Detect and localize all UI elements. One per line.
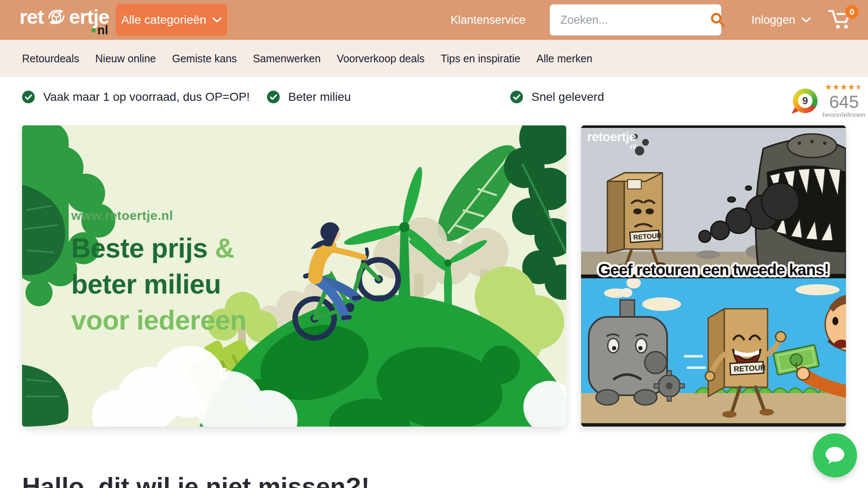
promo-banner[interactable]: RETOUR xyxy=(581,125,846,427)
hero-line2: beter milieu xyxy=(71,269,221,299)
hero-site-url: www.retoertje.nl xyxy=(71,208,246,223)
check-circle-icon xyxy=(22,91,35,103)
rating-details: ★★★★★★★★★★ 645 beoordelingen xyxy=(823,83,865,119)
chat-bubble-icon xyxy=(824,445,846,466)
nav-item-nieuw-online[interactable]: Nieuw online xyxy=(95,53,156,65)
logo-nl: nl xyxy=(97,23,108,37)
cart-count-badge: 0 xyxy=(845,5,859,19)
login-label: Inloggen xyxy=(751,14,796,27)
retour-label-bottom: RETOUR xyxy=(734,363,766,374)
chat-button[interactable] xyxy=(813,433,857,477)
nav-item-voorverkoop-deals[interactable]: Voorverkoop deals xyxy=(337,53,425,65)
customer-service-label: Klantenservice xyxy=(451,14,526,27)
chevron-down-icon xyxy=(801,17,811,23)
rating-score: 9 xyxy=(793,89,818,113)
watermark-tld: .nl xyxy=(587,143,636,150)
nav-item-tips-en-inspiratie[interactable]: Tips en inspiratie xyxy=(441,53,520,65)
hero-ampersand: & xyxy=(215,233,234,263)
nav-item-alle-merken[interactable]: Alle merken xyxy=(537,53,593,65)
chevron-down-icon xyxy=(212,17,222,23)
rating-count: 645 xyxy=(829,93,859,111)
search-input[interactable] xyxy=(560,14,710,27)
promo-logo-watermark: retoertje .nl xyxy=(587,130,636,150)
hero-headline: Beste prijs & beter milieu voor iedereen xyxy=(71,230,246,338)
nav-item-retourdeals[interactable]: Retourdeals xyxy=(22,53,79,65)
all-categories-label: Alle categorieën xyxy=(121,13,206,27)
check-circle-icon xyxy=(510,91,523,103)
logo[interactable]: ret ertje nl xyxy=(19,5,109,37)
review-rating-widget[interactable]: 9 ★★★★★★★★★★ 645 beoordelingen xyxy=(793,83,865,119)
hero-line1: Beste prijs xyxy=(71,233,215,263)
rating-ring: 9 xyxy=(793,89,818,113)
hero-text-block: www.retoertje.nl Beste prijs & beter mil… xyxy=(71,208,246,338)
usp-item: Beter milieu xyxy=(267,77,351,117)
customer-service-link[interactable]: Klantenservice xyxy=(451,0,526,40)
page: ret ertje nl Alle categorieën xyxy=(0,0,868,488)
hero-line3: voor iedereen xyxy=(71,305,246,336)
stars-fill: ★★★★★ xyxy=(825,83,859,91)
search-bar xyxy=(550,4,721,36)
usp-item: Snel geleverd xyxy=(510,77,604,117)
promo-headline: Geef retouren een tweede kans! xyxy=(581,261,846,279)
section-heading-partial: Hallo, dit wil je niet missen?! xyxy=(22,472,370,488)
usp-label: Beter milieu xyxy=(288,90,351,104)
main-content: ♻ xyxy=(0,117,868,488)
usp-label: Vaak maar 1 op voorraad, dus OP=OP! xyxy=(43,90,250,104)
stars-base: ★★★★★★★★★★ xyxy=(825,83,863,92)
banner-row: ♻ xyxy=(0,125,868,427)
check-circle-icon xyxy=(267,91,280,103)
hero-banner[interactable]: ♻ xyxy=(22,125,566,427)
header: ret ertje nl Alle categorieën xyxy=(0,0,868,40)
login-menu[interactable]: Inloggen xyxy=(751,0,811,40)
logo-tld: nl xyxy=(19,23,109,37)
logo-green-dot xyxy=(92,28,96,33)
watermark-main: retoertje xyxy=(587,130,636,144)
usp-label: Snel geleverd xyxy=(531,90,604,104)
search-button[interactable] xyxy=(710,12,726,28)
usp-item: Vaak maar 1 op voorraad, dus OP=OP! xyxy=(22,77,250,117)
main-navigation: Retourdeals Nieuw online Gemiste kans Sa… xyxy=(0,40,868,77)
nav-item-samenwerken[interactable]: Samenwerken xyxy=(253,53,321,65)
search-icon xyxy=(710,12,726,28)
usp-bar: Vaak maar 1 op voorraad, dus OP=OP! Bete… xyxy=(0,77,868,117)
nav-item-gemiste-kans[interactable]: Gemiste kans xyxy=(172,53,237,65)
all-categories-button[interactable]: Alle categorieën xyxy=(116,4,227,36)
cart-button[interactable]: 0 xyxy=(827,7,855,33)
